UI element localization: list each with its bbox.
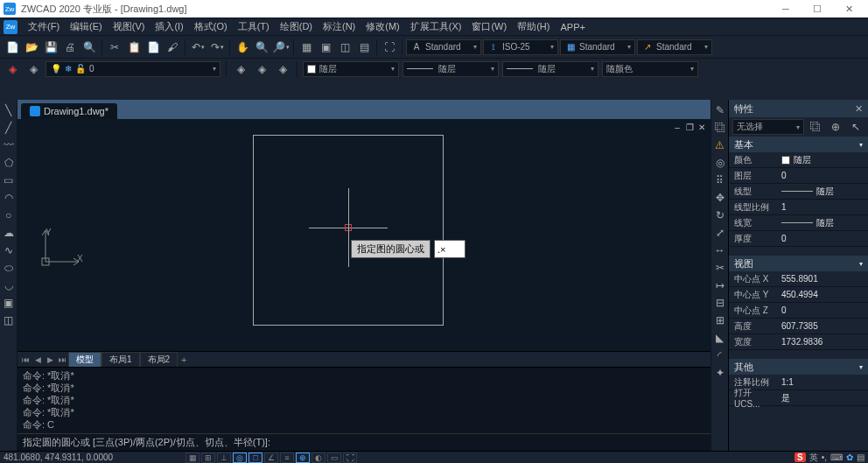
maximize-button[interactable]: ☐: [802, 0, 833, 18]
layout-prev-button[interactable]: ◀: [32, 355, 44, 364]
mirror-icon[interactable]: ⚠: [712, 137, 728, 153]
dimstyle-combo[interactable]: ⟟ISO-25: [483, 39, 558, 55]
polygon-icon[interactable]: ⬠: [1, 155, 17, 171]
ime-keyboard-icon[interactable]: ⌨: [830, 452, 843, 462]
snap-toggle[interactable]: ▦: [186, 452, 200, 463]
ellipse-arc-icon[interactable]: ◡: [1, 277, 17, 293]
offset-icon[interactable]: ◎: [712, 155, 728, 171]
dynamic-input-field[interactable]: [434, 240, 466, 258]
layer-prev-icon[interactable]: ◈: [232, 60, 249, 78]
matchprop-icon[interactable]: 🖌: [164, 39, 181, 56]
cut-icon[interactable]: ✂: [106, 39, 123, 56]
prop-cy[interactable]: 中心点 Y450.4994: [729, 287, 868, 303]
tool-palette-icon[interactable]: ◫: [336, 39, 354, 56]
layout-last-button[interactable]: ⏭: [56, 355, 68, 364]
ortho-toggle[interactable]: ⊥: [217, 452, 231, 463]
prop-cx[interactable]: 中心点 X555.8901: [729, 271, 868, 287]
menu-draw[interactable]: 绘图(D): [275, 18, 318, 35]
erase-icon[interactable]: ✎: [712, 102, 728, 118]
arc-icon[interactable]: ◠: [1, 190, 17, 206]
chamfer-icon[interactable]: ◣: [712, 330, 728, 346]
tablestyle-combo[interactable]: ▦Standard: [560, 39, 635, 55]
quickselect-icon[interactable]: ⿻: [807, 118, 824, 136]
props-icon[interactable]: ▦: [298, 39, 315, 56]
linetype-combo[interactable]: 随层: [402, 61, 499, 77]
preview-icon[interactable]: 🔍: [80, 39, 98, 56]
pickadd-icon[interactable]: ⊕: [827, 118, 844, 136]
layout-first-button[interactable]: ⏮: [19, 355, 32, 364]
prop-thick[interactable]: 厚度0: [729, 231, 868, 247]
otrack-toggle[interactable]: ∠: [264, 452, 278, 463]
circle-icon[interactable]: ○: [1, 207, 17, 223]
array-icon[interactable]: ⠿: [712, 172, 728, 188]
color-combo[interactable]: 随层: [303, 61, 399, 77]
redo-icon[interactable]: ↷: [208, 39, 226, 56]
grid-toggle[interactable]: ⊞: [201, 452, 215, 463]
paste-icon[interactable]: 📄: [144, 39, 162, 56]
new-icon[interactable]: 📄: [4, 39, 21, 56]
prop-w[interactable]: 宽度1732.9836: [729, 334, 868, 350]
open-icon[interactable]: 📂: [23, 39, 40, 56]
menu-format[interactable]: 格式(O): [189, 18, 233, 35]
doc-tab-active[interactable]: Drawing1.dwg*: [21, 103, 117, 119]
drawing-canvas[interactable]: – ❐ ✕ 指定图的圆心或 Y X: [18, 119, 710, 351]
line-icon[interactable]: ╲: [1, 102, 17, 118]
plotcolor-combo[interactable]: 随颜色: [602, 61, 698, 77]
layout-tab-1[interactable]: 布局1: [102, 352, 140, 368]
ime-settings-icon[interactable]: ✿: [846, 452, 853, 462]
menu-insert[interactable]: 插入(I): [150, 18, 188, 35]
selection-combo[interactable]: 无选择: [732, 119, 804, 135]
doc-close-button[interactable]: ✕: [696, 123, 707, 131]
cleanscreen-icon[interactable]: ⛶: [381, 39, 398, 56]
trim-icon[interactable]: ✂: [712, 260, 728, 276]
rect-icon[interactable]: ▭: [1, 172, 17, 188]
mleaderstyle-combo[interactable]: ↗Standard: [637, 39, 712, 55]
copy-icon[interactable]: 📋: [125, 39, 143, 56]
prop-lweight[interactable]: 线宽随层: [729, 215, 868, 231]
command-input[interactable]: 指定圆的圆心或 [三点(3P)/两点(2P)/切点、切点、半径(T)]:: [18, 433, 710, 451]
stretch-icon[interactable]: ↔: [712, 242, 728, 258]
layer-walk-icon[interactable]: ◈: [274, 60, 291, 78]
fillet-icon[interactable]: ◜: [712, 347, 728, 363]
prop-h[interactable]: 高度607.7385: [729, 319, 868, 334]
pan-icon[interactable]: ✋: [234, 39, 251, 56]
layout-next-button[interactable]: ▶: [44, 355, 56, 364]
section-basic[interactable]: 基本: [729, 137, 868, 152]
print-icon[interactable]: 🖨: [61, 39, 79, 56]
section-view[interactable]: 视图: [729, 256, 868, 271]
move-icon[interactable]: ✥: [712, 190, 728, 206]
app-logo[interactable]: Zw: [4, 20, 18, 34]
layer-manager-icon[interactable]: ◈: [4, 60, 21, 78]
undo-icon[interactable]: ↶: [189, 39, 206, 56]
extend-icon[interactable]: ↦: [712, 277, 728, 293]
zoom-icon[interactable]: 🔎: [272, 39, 290, 56]
dyn-toggle[interactable]: ⊕: [296, 452, 310, 463]
doc-restore-button[interactable]: ❐: [684, 123, 695, 131]
cycle-toggle[interactable]: ◐: [312, 452, 326, 463]
selectobj-icon[interactable]: ↖: [847, 118, 864, 136]
xline-icon[interactable]: ╱: [1, 120, 17, 136]
prop-color[interactable]: 颜色随层: [729, 152, 868, 168]
ime-lang[interactable]: 英: [809, 452, 818, 464]
lineweight-combo[interactable]: 随层: [502, 61, 598, 77]
osnap-toggle[interactable]: □: [248, 452, 262, 463]
doc-min-button[interactable]: –: [672, 123, 682, 131]
insert-block-icon[interactable]: ▣: [1, 295, 17, 311]
layer-states-icon[interactable]: ◈: [24, 60, 42, 78]
menu-window[interactable]: 窗口(W): [466, 18, 512, 35]
prop-ltscale[interactable]: 线型比例1: [729, 200, 868, 215]
menu-help[interactable]: 帮助(H): [512, 18, 555, 35]
command-history[interactable]: 命令: *取消* 命令: *取消* 命令: *取消* 命令: *取消* 命令: …: [18, 368, 710, 433]
prop-ltype[interactable]: 线型随层: [729, 184, 868, 200]
menu-app[interactable]: APP+: [555, 20, 590, 34]
polar-toggle[interactable]: ◎: [233, 452, 247, 463]
layer-iso-icon[interactable]: ◈: [253, 60, 270, 78]
layout-add-button[interactable]: +: [178, 354, 190, 365]
section-other[interactable]: 其他: [729, 359, 868, 375]
menu-dim[interactable]: 标注(N): [318, 18, 360, 35]
menu-file[interactable]: 文件(F): [23, 18, 65, 35]
prop-layer[interactable]: 图层0: [729, 168, 868, 184]
menu-view[interactable]: 视图(V): [108, 18, 150, 35]
spline-icon[interactable]: ∿: [1, 242, 17, 258]
pline-icon[interactable]: 〰: [1, 137, 17, 153]
